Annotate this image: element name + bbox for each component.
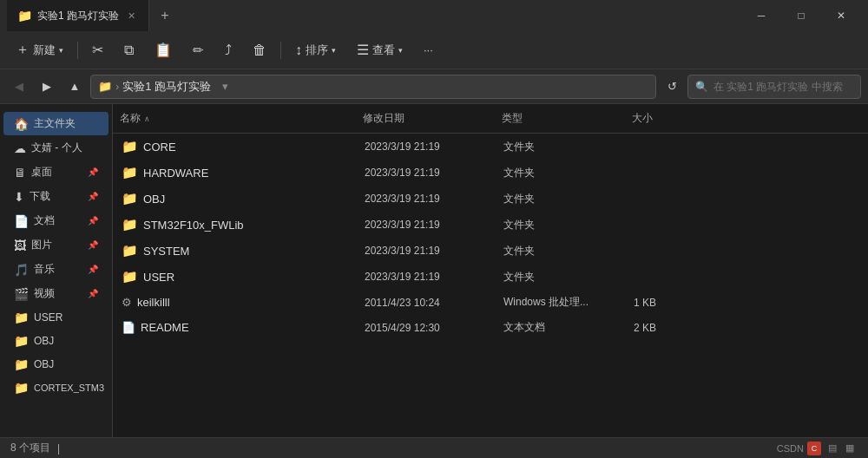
home-icon: 🏠 [14, 117, 29, 131]
close-button[interactable]: ✕ [821, 0, 861, 31]
table-row[interactable]: 📁 CORE 2023/3/19 21:19 文件夹 [115, 134, 866, 160]
search-icon: 🔍 [695, 81, 708, 93]
sort-label: 排序 [306, 43, 328, 58]
address-path[interactable]: 📁 › 实验1 跑马灯实验 ▾ [90, 75, 656, 99]
paste-icon: 📋 [155, 42, 172, 58]
file-label: STM32F10x_FWLib [143, 219, 244, 232]
sidebar-item-desktop[interactable]: 🖥 桌面 📌 [3, 160, 108, 184]
file-type: 文件夹 [496, 266, 627, 288]
sidebar-item-documents[interactable]: 📄 文档 📌 [3, 209, 108, 232]
view-icon: ☰ [357, 42, 369, 58]
sidebar-item-user[interactable]: 📁 USER [3, 306, 108, 329]
copy-button[interactable]: ⧉ [115, 36, 142, 64]
folder-user-icon: 📁 [14, 311, 29, 324]
sidebar-item-pictures[interactable]: 🖼 图片 📌 [3, 233, 108, 257]
file-type: 文件夹 [496, 162, 627, 184]
new-label: 新建 [33, 43, 56, 58]
pin-icon-pictures: 📌 [88, 240, 98, 250]
forward-button[interactable]: ▶ [35, 75, 59, 99]
more-button[interactable]: ··· [415, 36, 442, 64]
delete-button[interactable]: 🗑 [244, 36, 275, 64]
file-label: HARDWARE [143, 167, 208, 180]
up-button[interactable]: ▲ [62, 75, 87, 99]
table-row[interactable]: 📁 STM32F10x_FWLib 2023/3/19 21:19 文件夹 [115, 212, 866, 238]
new-button[interactable]: ＋ 新建 ▾ [7, 36, 72, 64]
file-date: 2023/3/19 21:19 [358, 241, 496, 260]
file-name-readme: 📄 README [115, 317, 358, 337]
path-text: 实验1 跑马灯实验 [122, 79, 211, 95]
folder-obj1-icon: 📁 [14, 334, 29, 348]
table-row[interactable]: 📄 README 2015/4/29 12:30 文本文档 2 KB [115, 315, 866, 340]
minimize-button[interactable]: ─ [741, 0, 781, 31]
folder-icon: 📁 [122, 139, 138, 154]
pin-icon-music: 📌 [88, 265, 98, 274]
file-label: README [141, 321, 189, 334]
active-tab[interactable]: 📁 实验1 跑马灯实验 ✕ [7, 0, 149, 31]
folder-icon: 📁 [122, 165, 138, 180]
sidebar-pictures-label: 图片 [31, 238, 52, 252]
music-icon: 🎵 [14, 263, 29, 277]
file-label: USER [143, 271, 174, 284]
table-row[interactable]: 📁 HARDWARE 2023/3/19 21:19 文件夹 [115, 160, 866, 186]
sort-button[interactable]: ↕ 排序 ▾ [286, 36, 345, 64]
file-header: 名称 ∧ 修改日期 类型 大小 [113, 104, 868, 134]
table-row[interactable]: ⚙ keilkilll 2011/4/23 10:24 Windows 批处理.… [115, 290, 866, 315]
refresh-button[interactable]: ↺ [660, 75, 684, 99]
rename-icon: ✏ [193, 43, 204, 58]
item-count: 8 个项目 [10, 441, 50, 455]
file-name-keil: ⚙ keilkilll [115, 292, 358, 312]
paste-button[interactable]: 📋 [146, 36, 181, 64]
sidebar-item-music[interactable]: 🎵 音乐 📌 [3, 258, 108, 281]
file-name-hardware: 📁 HARDWARE [115, 161, 358, 184]
file-label: CORE [143, 141, 176, 154]
sidebar-item-cortex[interactable]: 📁 CORTEX_STM3 [3, 376, 108, 399]
pictures-icon: 🖼 [14, 239, 26, 252]
tab-close-button[interactable]: ✕ [124, 9, 138, 23]
view-button[interactable]: ☰ 查看 ▾ [348, 36, 411, 64]
column-date[interactable]: 修改日期 [356, 108, 495, 129]
table-row[interactable]: 📁 USER 2023/3/19 21:19 文件夹 [115, 264, 866, 290]
rename-button[interactable]: ✏ [184, 36, 213, 64]
share-button[interactable]: ⤴ [216, 36, 240, 64]
sidebar-item-cloud[interactable]: ☁ 文婧 - 个人 [3, 136, 108, 160]
search-box[interactable]: 🔍 [687, 75, 861, 99]
sidebar-item-obj2[interactable]: 📁 OBJ [3, 353, 108, 376]
trash-icon: 🗑 [253, 43, 266, 58]
file-date: 2023/3/19 21:19 [358, 137, 496, 156]
status-right: CSDN C ▤ ▦ [777, 441, 858, 456]
sidebar-item-downloads[interactable]: ⬇ 下载 📌 [3, 185, 108, 208]
cut-button[interactable]: ✂ [83, 36, 112, 64]
search-input[interactable] [713, 81, 853, 93]
column-type-label: 类型 [502, 112, 523, 124]
sidebar-item-videos[interactable]: 🎬 视频 📌 [3, 282, 108, 305]
file-date: 2023/3/19 21:19 [358, 267, 496, 286]
path-dropdown-icon[interactable]: ▾ [214, 75, 235, 99]
file-label: keilkilll [137, 296, 170, 309]
window-controls: ─ □ ✕ [741, 0, 861, 31]
file-type: 文本文档 [496, 317, 627, 338]
table-row[interactable]: 📁 SYSTEM 2023/3/19 21:19 文件夹 [115, 238, 866, 264]
sidebar-item-obj1[interactable]: 📁 OBJ [3, 330, 108, 352]
tab-label: 实验1 跑马灯实验 [37, 9, 119, 23]
grid-view-button[interactable]: ▦ [842, 441, 858, 456]
desktop-icon: 🖥 [14, 166, 26, 180]
column-type[interactable]: 类型 [495, 108, 625, 129]
maximize-button[interactable]: □ [781, 0, 821, 31]
list-view-button[interactable]: ▤ [825, 441, 840, 456]
column-size[interactable]: 大小 [625, 108, 694, 129]
table-row[interactable]: 📁 OBJ 2023/3/19 21:19 文件夹 [115, 186, 866, 212]
column-name[interactable]: 名称 ∧ [113, 108, 356, 129]
new-tab-button[interactable]: + [149, 0, 181, 31]
column-date-label: 修改日期 [363, 112, 404, 124]
sidebar: 🏠 主文件夹 ☁ 文婧 - 个人 🖥 桌面 📌 ⬇ 下载 📌 📄 文档 📌 🖼 … [0, 104, 113, 437]
back-button[interactable]: ◀ [7, 75, 31, 99]
file-size [627, 169, 696, 176]
sidebar-item-home[interactable]: 🏠 主文件夹 [3, 112, 108, 135]
sidebar-music-label: 音乐 [34, 262, 55, 277]
sidebar-downloads-label: 下载 [30, 189, 50, 204]
sidebar-documents-label: 文档 [34, 213, 55, 228]
file-size [627, 195, 696, 202]
pin-icon-documents: 📌 [88, 216, 98, 226]
file-date: 2011/4/23 10:24 [358, 293, 496, 312]
column-name-label: 名称 [120, 111, 141, 126]
